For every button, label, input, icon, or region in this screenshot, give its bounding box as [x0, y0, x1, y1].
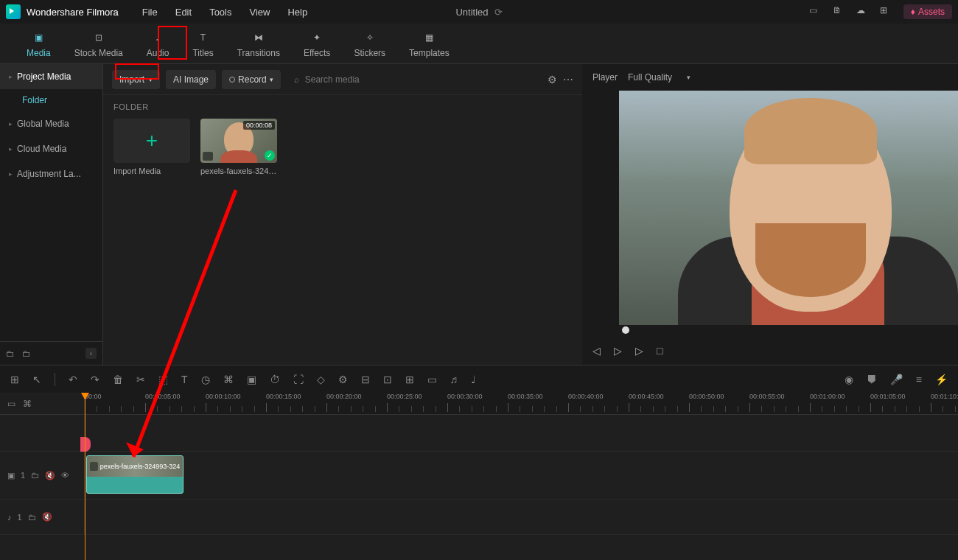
diamond-icon: ♦: [911, 7, 915, 17]
clip-duration: 00:00:08: [243, 121, 275, 130]
more-icon[interactable]: ⋯: [563, 74, 573, 85]
tool-d-icon[interactable]: ▭: [427, 374, 437, 385]
folder-icon[interactable]: 🗀: [31, 471, 39, 480]
record-button[interactable]: Record▾: [222, 70, 281, 89]
media-item-video[interactable]: 00:00:08 ✓ pexels-fauxels-324993...: [200, 119, 277, 175]
time-ruler[interactable]: 00:0000:00:05:0000:00:10:0000:00:15:0000…: [85, 393, 958, 414]
titles-icon: T: [195, 29, 211, 46]
redo-icon[interactable]: ↷: [91, 374, 99, 385]
sidebar-item-project-media[interactable]: ▸Project Media: [0, 64, 102, 89]
timer-icon[interactable]: ⏱: [270, 374, 280, 385]
sidebar-item-cloud-media[interactable]: ▸Cloud Media: [0, 136, 102, 161]
tab-transitions[interactable]: ⧓Transitions: [225, 29, 292, 58]
stickers-icon: ✧: [362, 29, 378, 46]
chevron-down-icon: ▾: [687, 74, 690, 81]
tab-audio[interactable]: ♪Audio: [135, 29, 181, 58]
tab-titles[interactable]: TTitles: [181, 29, 225, 58]
shield-icon[interactable]: ⛊: [867, 374, 877, 385]
search-input[interactable]: [305, 74, 452, 85]
player-panel: Player Full Quality▾ ◁ ▷ ▷ □: [582, 64, 958, 365]
tool-c-icon[interactable]: ⊞: [405, 374, 414, 385]
chevron-right-icon: ▸: [9, 73, 13, 80]
timeline-toolbar: ⊞ ↖ ↶ ↷ 🗑 ✂ ⬚ T ◷ ⌘ ▣ ⏱ ⛶ ◇ ⚙ ⊟ ⊡ ⊞ ▭ ♬ …: [0, 365, 958, 393]
assets-button[interactable]: ♦ Assets: [903, 4, 952, 19]
tab-effects[interactable]: ✦Effects: [292, 29, 342, 58]
keyframe-icon[interactable]: ◇: [317, 374, 325, 385]
save-icon[interactable]: 🗎: [833, 5, 846, 18]
stop-button[interactable]: □: [657, 345, 662, 357]
preview-video[interactable]: [619, 91, 958, 325]
titlebar: Wondershare Filmora File Edit Tools View…: [0, 0, 958, 24]
tool-f-icon[interactable]: ♩: [471, 374, 476, 385]
mute-icon[interactable]: 🔇: [42, 512, 52, 522]
render-icon[interactable]: ⚡: [935, 374, 948, 385]
timeline-clip[interactable]: pexels-fauxels-324993-3240...: [86, 455, 183, 494]
chevron-right-icon: ▸: [9, 145, 13, 153]
new-folder-icon[interactable]: 🗀: [6, 349, 15, 359]
transitions-icon: ⧓: [251, 29, 267, 46]
marker-icon[interactable]: ◉: [845, 374, 853, 385]
tab-stock-media[interactable]: ⊡Stock Media: [63, 29, 135, 58]
tab-templates[interactable]: ▦Templates: [397, 29, 461, 58]
grid-icon[interactable]: ⊞: [880, 5, 893, 18]
menu-edit[interactable]: Edit: [167, 7, 200, 18]
menu-file[interactable]: File: [133, 7, 167, 18]
next-frame-button[interactable]: ▷: [614, 345, 622, 357]
app-logo-icon: [6, 4, 21, 19]
sidebar-item-adjustment-layer[interactable]: ▸Adjustment La...: [0, 161, 102, 186]
delete-icon[interactable]: 🗑: [113, 374, 123, 385]
track-header-icon[interactable]: ▭: [7, 399, 15, 409]
play-button[interactable]: ▷: [635, 345, 643, 357]
mixer-icon[interactable]: ≡: [916, 374, 922, 385]
collapse-sidebar-button[interactable]: ‹: [85, 348, 97, 359]
adjust-icon[interactable]: ⚙: [338, 374, 348, 385]
color-icon[interactable]: ▣: [247, 374, 256, 385]
quality-selector[interactable]: Full Quality▾: [628, 72, 690, 83]
sidebar-item-global-media[interactable]: ▸Global Media: [0, 111, 102, 136]
media-icon: ▣: [30, 29, 46, 46]
player-progress[interactable]: [582, 325, 958, 337]
menu-view[interactable]: View: [240, 7, 279, 18]
effects-icon: ✦: [309, 29, 325, 46]
tool-a-icon[interactable]: ⊟: [361, 374, 370, 385]
upload-icon[interactable]: ☁: [856, 5, 870, 18]
tab-stickers[interactable]: ✧Stickers: [342, 29, 397, 58]
search-icon: ⌕: [294, 74, 299, 85]
folder-icon[interactable]: 🗀: [28, 513, 36, 522]
menu-help[interactable]: Help: [279, 7, 316, 18]
ai-image-button[interactable]: AI Image: [166, 70, 216, 89]
prev-frame-button[interactable]: ◁: [592, 345, 601, 357]
import-button[interactable]: Import▾: [112, 70, 160, 89]
player-title: Player: [592, 72, 618, 83]
text-icon[interactable]: T: [181, 374, 188, 385]
tab-media[interactable]: ▣Media: [15, 29, 63, 58]
undo-icon[interactable]: ↶: [69, 374, 77, 385]
menu-tools[interactable]: Tools: [200, 7, 240, 18]
new-bin-icon[interactable]: 🗀: [22, 349, 31, 359]
media-panel: Import▾ AI Image Record▾ ⌕ ⚙ ⋯ FOLDER + …: [103, 64, 582, 365]
tool-e-icon[interactable]: ♬: [450, 374, 458, 385]
pointer-icon[interactable]: ↖: [32, 374, 41, 385]
filter-icon[interactable]: ⚙: [548, 74, 557, 85]
used-check-icon: ✓: [265, 150, 275, 161]
expand-icon[interactable]: ⛶: [293, 374, 304, 385]
crop-icon[interactable]: ⬚: [158, 374, 168, 385]
grid-view-icon[interactable]: ⊞: [10, 374, 19, 385]
folder-sub-item[interactable]: Folder: [0, 89, 102, 111]
import-media-card[interactable]: + Import Media: [113, 119, 190, 175]
playhead[interactable]: [85, 393, 85, 560]
workspace: ▸Project Media Folder ▸Global Media ▸Clo…: [0, 64, 958, 365]
split-icon[interactable]: ✂: [136, 374, 145, 385]
mic-icon[interactable]: 🎤: [890, 374, 903, 385]
cloud-sync-icon[interactable]: ⟳: [494, 7, 503, 18]
screen-icon[interactable]: ▭: [809, 5, 822, 18]
folder-heading: FOLDER: [103, 95, 582, 119]
mute-icon[interactable]: 🔇: [45, 471, 55, 480]
link-icon[interactable]: ⌘: [223, 374, 234, 385]
tool-b-icon[interactable]: ⊡: [383, 374, 392, 385]
link-track-icon[interactable]: ⌘: [23, 399, 32, 409]
speed-icon[interactable]: ◷: [201, 374, 210, 385]
visibility-icon[interactable]: 👁: [61, 471, 69, 480]
project-title: Untitled: [455, 7, 488, 18]
video-track: ▣1 🗀 🔇 👁 pexels-fauxels-324993-3240...: [0, 452, 958, 500]
